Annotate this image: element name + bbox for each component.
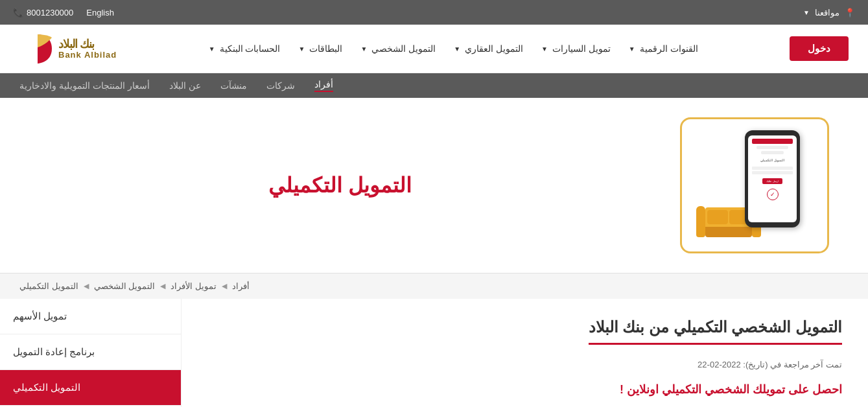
content-subtitle: احصل على تمويلك الشخصي التكميلي اونلاين … bbox=[207, 382, 842, 397]
nav-section-about[interactable]: عن البلاد bbox=[169, 80, 201, 91]
nav-link-personal[interactable]: التمويل الشخصي ▼ bbox=[351, 25, 445, 73]
phone-bar-gray2 bbox=[761, 151, 784, 154]
nav-label: التمويل العقاري bbox=[465, 43, 523, 54]
sub-navbar: القنوات الرقمية ▼ تمويل السيارات ▼ التمو… bbox=[200, 25, 707, 73]
location-icon: 📍 bbox=[845, 8, 855, 17]
nav-label: البطاقات bbox=[309, 43, 342, 54]
phone-icon: 📞 bbox=[13, 8, 23, 17]
last-reviewed-date: تمت آخر مراجعة في (تاريخ): 2022-02-22 bbox=[207, 360, 842, 369]
nav-label: القنوات الرقمية bbox=[640, 43, 698, 54]
chevron-down-icon: ▼ bbox=[298, 45, 305, 52]
nav-item-car[interactable]: تمويل السيارات ▼ bbox=[532, 25, 620, 73]
content-area: التمويل الشخصي التكميلي من بنك البلاد تم… bbox=[182, 299, 868, 407]
nav-section-munshaat[interactable]: منشآت bbox=[220, 80, 247, 91]
phone-screen-label: التمويل التكميلي bbox=[760, 158, 784, 162]
phone-fields bbox=[750, 167, 795, 174]
sidebar-item-refinance[interactable]: برنامج إعادة التمويل bbox=[0, 334, 181, 370]
sidebar-label-stocks: تمويل الأسهم bbox=[13, 310, 67, 322]
logo-text: بنك البلاد Bank Albilad bbox=[58, 38, 117, 60]
top-bar: 📍 مواقعنا ▼ English 8001230000 📞 bbox=[0, 0, 868, 25]
sofa-seat bbox=[705, 227, 752, 237]
chevron-down-icon: ▼ bbox=[209, 45, 215, 52]
logo-english-text: Bank Albilad bbox=[58, 50, 117, 60]
bank-logo: بنك البلاد Bank Albilad bbox=[19, 31, 117, 67]
nav-link-cards[interactable]: البطاقات ▼ bbox=[289, 25, 351, 73]
sidebar: تمويل الأسهم برنامج إعادة التمويل التموي… bbox=[0, 299, 182, 407]
nav-item-personal[interactable]: التمويل الشخصي ▼ bbox=[351, 25, 445, 73]
nav-label: تمويل السيارات bbox=[552, 43, 611, 54]
main-nav-sections: أفراد شركات منشآت عن البلاد أسعار المنتج… bbox=[0, 73, 868, 98]
nav-link-accounts[interactable]: الحسابات البنكية ▼ bbox=[200, 25, 290, 73]
breadcrumb-current: التمويل التكميلي bbox=[19, 281, 78, 291]
chevron-down-icon: ▼ bbox=[629, 45, 635, 52]
hero-title: التمويل التكميلي bbox=[39, 173, 641, 198]
breadcrumb-afrad[interactable]: أفراد bbox=[232, 281, 250, 291]
phone-field2 bbox=[752, 171, 792, 174]
breadcrumb-sep3: ◀ bbox=[84, 282, 89, 290]
breadcrumb-personal[interactable]: التمويل الشخصي bbox=[94, 281, 156, 291]
nav-label: التمويل الشخصي bbox=[371, 43, 436, 54]
phone-stamp: ارسل طلبك bbox=[762, 178, 782, 184]
nav-section-prices[interactable]: أسعار المنتجات التمويلية والادخارية bbox=[19, 80, 150, 91]
nav-link-car[interactable]: تمويل السيارات ▼ bbox=[532, 25, 620, 73]
location-label[interactable]: مواقعنا bbox=[815, 8, 839, 17]
hero-illustration: التمويل التكميلي ارسل طلبك ✓ bbox=[690, 124, 819, 247]
phone-screen: التمويل التكميلي ارسل طلبك ✓ bbox=[748, 135, 797, 222]
main-navbar: دخول القنوات الرقمية ▼ تمويل السيارات ▼ … bbox=[0, 25, 868, 73]
language-toggle[interactable]: English bbox=[86, 8, 114, 17]
top-bar-right: English 8001230000 📞 bbox=[13, 8, 114, 17]
chevron-down-icon: ▼ bbox=[541, 45, 548, 52]
sofa-arm-right bbox=[696, 206, 705, 237]
nav-link-digital[interactable]: القنوات الرقمية ▼ bbox=[620, 25, 707, 73]
breadcrumb: أفراد ◀ تمويل الأفراد ◀ التمويل الشخصي ◀… bbox=[0, 273, 868, 299]
nav-link-real-estate[interactable]: التمويل العقاري ▼ bbox=[445, 25, 532, 73]
nav-section-afrad[interactable]: أفراد bbox=[314, 79, 333, 92]
nav-label: الحسابات البنكية bbox=[220, 43, 281, 54]
nav-section-companies[interactable]: شركات bbox=[266, 80, 295, 91]
chevron-down-icon: ▼ bbox=[360, 45, 367, 52]
phone-bar-red bbox=[752, 139, 792, 144]
sidebar-label-complementary: التمويل التكميلي bbox=[13, 382, 80, 393]
main-content: التمويل الشخصي التكميلي من بنك البلاد تم… bbox=[0, 299, 868, 407]
phone-mock: التمويل التكميلي ارسل طلبك ✓ bbox=[745, 130, 800, 227]
phone-number: 8001230000 bbox=[27, 8, 73, 17]
nav-item-real-estate[interactable]: التمويل العقاري ▼ bbox=[445, 25, 532, 73]
chevron-down-icon: ▼ bbox=[454, 45, 460, 52]
page-title: التمويل الشخصي التكميلي من بنك البلاد bbox=[589, 318, 842, 345]
sofa-cushion2 bbox=[707, 210, 728, 224]
sidebar-item-complementary[interactable]: التمويل التكميلي bbox=[0, 370, 181, 406]
nav-item-accounts[interactable]: الحسابات البنكية ▼ bbox=[200, 25, 290, 73]
nav-item-digital[interactable]: القنوات الرقمية ▼ bbox=[620, 25, 707, 73]
breadcrumb-sep2: ◀ bbox=[160, 282, 165, 290]
phone-check-icon: ✓ bbox=[767, 189, 779, 200]
login-button[interactable]: دخول bbox=[790, 36, 849, 61]
sidebar-item-stocks[interactable]: تمويل الأسهم bbox=[0, 299, 181, 334]
logo-icon bbox=[19, 31, 55, 67]
top-bar-left: 📍 مواقعنا ▼ bbox=[803, 8, 855, 17]
hero-section: التمويل التكميلي ارسل طلبك ✓ bbox=[0, 98, 868, 273]
nav-item-cards[interactable]: البطاقات ▼ bbox=[289, 25, 351, 73]
logo-arabic-text: بنك البلاد bbox=[58, 38, 94, 50]
phone-number-container: 8001230000 📞 bbox=[13, 8, 73, 17]
phone-bar-gray bbox=[757, 146, 788, 149]
breadcrumb-sep1: ◀ bbox=[222, 282, 227, 290]
hero-image: التمويل التكميلي ارسل طلبك ✓ bbox=[680, 117, 829, 253]
sidebar-label-refinance: برنامج إعادة التمويل bbox=[13, 346, 95, 358]
breadcrumb-afrad-finance[interactable]: تمويل الأفراد bbox=[170, 281, 217, 291]
location-arrow: ▼ bbox=[803, 9, 810, 16]
phone-field1 bbox=[752, 167, 792, 170]
